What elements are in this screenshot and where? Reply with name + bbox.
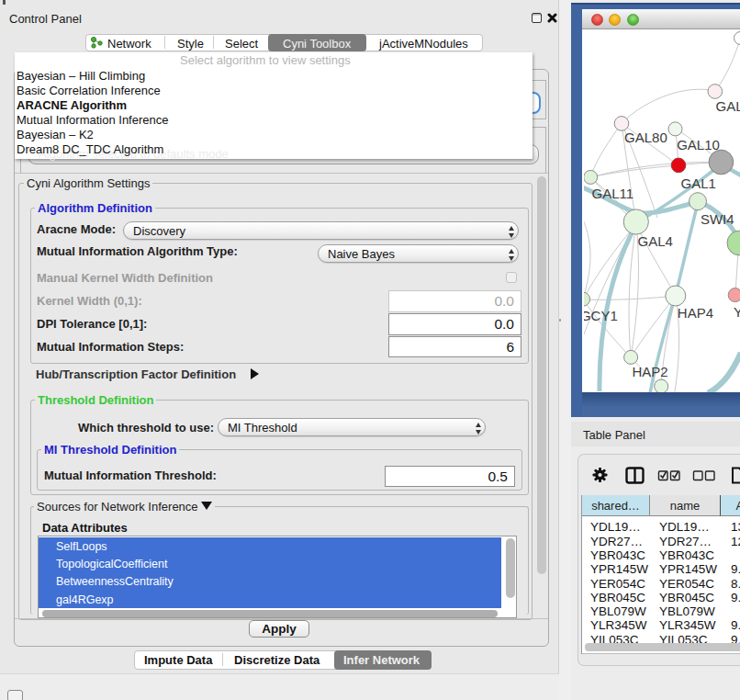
svg-text:GAL1: GAL1	[680, 175, 715, 191]
svg-text:GAL80: GAL80	[624, 130, 667, 145]
svg-text:HAP2: HAP2	[632, 364, 667, 379]
svg-text:GAL: GAL	[715, 98, 740, 114]
svg-text:GCY1: GCY1	[584, 308, 618, 323]
svg-text:SWI4: SWI4	[700, 211, 734, 227]
svg-text:GAL4: GAL4	[637, 233, 672, 249]
svg-text:HAP4: HAP4	[677, 305, 712, 321]
svg-text:GAL10: GAL10	[677, 137, 720, 152]
svg-text:Y: Y	[734, 304, 740, 320]
svg-text:GAL11: GAL11	[591, 186, 633, 201]
